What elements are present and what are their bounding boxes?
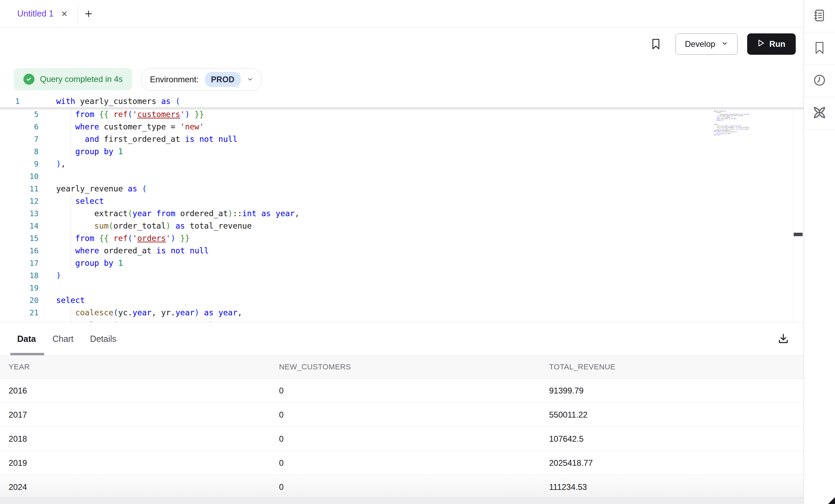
code-line[interactable]: 8 group by 1 (0, 145, 793, 158)
code-line[interactable]: 10 (0, 170, 793, 182)
status-row: Query completed in 4s Environment: PROD (0, 61, 803, 95)
table-row[interactable]: 2016091399.79 (0, 379, 803, 403)
results-tab-bar: DataChartDetails (0, 322, 803, 355)
table-cell: 0 (279, 458, 549, 468)
chevron-down-icon (247, 75, 253, 84)
table-row[interactable]: 20170550011.22 (0, 403, 803, 427)
chevron-down-icon (721, 39, 728, 49)
table-header: YEARNEW_CUSTOMERSTOTAL_REVENUE (0, 355, 803, 379)
indent-guide (71, 195, 71, 269)
editor-scrollbar-track[interactable] (793, 95, 803, 322)
code-line[interactable]: 21 coalesce(yc.year, yr.year) as year, (0, 306, 793, 319)
check-circle-icon (23, 74, 34, 85)
tab-divider (77, 4, 78, 24)
code-line[interactable]: 20select (0, 294, 793, 306)
line-number: 16 (0, 246, 39, 255)
code-line[interactable]: 7 and first_ordered_at is not null (0, 133, 793, 145)
line-number: 18 (0, 271, 39, 280)
rail-item-history[interactable] (804, 65, 835, 97)
app-window: Untitled 1 Develop (0, 0, 835, 504)
rail-item-lineage[interactable] (804, 97, 835, 129)
indent-guide (71, 108, 71, 158)
line-number: 22 (0, 321, 39, 322)
line-number: 5 (0, 110, 39, 119)
code-line[interactable]: 15 from {{ ref('orders') }} (0, 232, 793, 244)
table-cell: 2018 (9, 434, 279, 444)
line-number: 13 (0, 209, 39, 218)
run-label: Run (769, 39, 785, 49)
scrollbar-thumb[interactable] (794, 233, 803, 236)
table-cell: 2016 (9, 386, 279, 396)
query-status-badge: Query completed in 4s (14, 68, 132, 90)
table-row[interactable]: 201902025418.77 (0, 451, 803, 475)
develop-label: Develop (685, 39, 715, 49)
line-number: 19 (0, 284, 39, 292)
table-row[interactable]: 20240111234.53 (0, 475, 803, 499)
code-line[interactable]: 6 where customer_type = 'new' (0, 120, 793, 133)
rail-item-bookmarks[interactable] (804, 32, 835, 65)
sticky-shadow (0, 107, 803, 111)
sticky-line: 1with yearly_customers as ( (0, 95, 803, 107)
indent-guide (71, 306, 71, 322)
editor-lines: 5 from {{ ref('customers') }}6 where cus… (0, 108, 793, 322)
play-icon (757, 39, 764, 49)
code-line[interactable]: 14 sum(order_total) as total_revenue (0, 220, 793, 232)
toolbar: Develop Run (0, 28, 803, 61)
code-line[interactable]: 18) (0, 269, 793, 282)
table-cell: 107642.5 (549, 434, 803, 444)
history-icon (813, 73, 826, 88)
line-number: 8 (0, 147, 39, 156)
table-cell: 0 (279, 482, 549, 492)
bookmark-icon (813, 41, 826, 56)
horizontal-scrollbar[interactable] (0, 497, 803, 504)
table-cell: 2017 (9, 410, 279, 420)
line-number: 21 (0, 308, 39, 317)
table-cell: 0 (279, 434, 549, 444)
tab-chart[interactable]: Chart (52, 334, 73, 344)
code-line[interactable]: 13 extract(year from ordered_at)::int as… (0, 207, 793, 220)
column-header: YEAR (9, 363, 279, 371)
table-row[interactable]: 20180107642.5 (0, 427, 803, 451)
line-number: 17 (0, 259, 39, 267)
line-number: 9 (0, 160, 39, 168)
close-icon[interactable] (61, 10, 68, 18)
code-line[interactable]: 12 select (0, 195, 793, 207)
bookmark-icon[interactable] (651, 38, 661, 50)
plus-icon[interactable] (84, 9, 93, 19)
table-body: 2016091399.7920170550011.2220180107642.5… (0, 379, 803, 499)
code-line[interactable]: 9), (0, 158, 793, 170)
develop-button[interactable]: Develop (676, 33, 738, 55)
table-cell: 550011.22 (549, 410, 803, 420)
code-line[interactable]: 11yearly_revenue as ( (0, 182, 793, 195)
environment-label: Environment: (150, 75, 198, 84)
line-number: 6 (0, 123, 39, 131)
download-icon[interactable] (777, 333, 790, 345)
tab-title: Untitled 1 (17, 9, 54, 19)
tab-bar: Untitled 1 (0, 0, 803, 28)
line-number: 20 (0, 296, 39, 305)
environment-selector[interactable]: Environment: PROD (141, 68, 262, 91)
column-header: NEW_CUSTOMERS (279, 363, 549, 371)
table-cell: 111234.53 (549, 482, 803, 492)
line-number: 7 (0, 135, 39, 144)
code-editor[interactable]: 5 from {{ ref('customers') }}6 where cus… (0, 95, 803, 322)
tab-details[interactable]: Details (90, 334, 116, 344)
run-button[interactable]: Run (747, 33, 796, 55)
tab-data[interactable]: Data (17, 334, 36, 344)
code-line[interactable]: 17 group by 1 (0, 257, 793, 269)
table-cell: 2025418.77 (549, 458, 803, 468)
query-status-text: Query completed in 4s (40, 74, 123, 84)
code-line[interactable]: 19 (0, 282, 793, 294)
resize-corner[interactable] (828, 497, 835, 504)
table-cell: 2024 (9, 482, 279, 492)
line-number: 14 (0, 222, 39, 230)
code-line[interactable]: 16 where ordered_at is not null (0, 244, 793, 257)
right-rail (804, 0, 835, 504)
line-number: 10 (0, 172, 39, 181)
code-line[interactable]: 22 coalesce(yc.new_customers, 0) as new_… (0, 319, 793, 322)
table-cell: 0 (279, 386, 549, 396)
sticky-line-number: 1 (0, 97, 39, 106)
line-number: 12 (0, 197, 39, 206)
tab-untitled-1[interactable]: Untitled 1 (0, 0, 77, 27)
rail-item-notebook[interactable] (804, 0, 835, 32)
